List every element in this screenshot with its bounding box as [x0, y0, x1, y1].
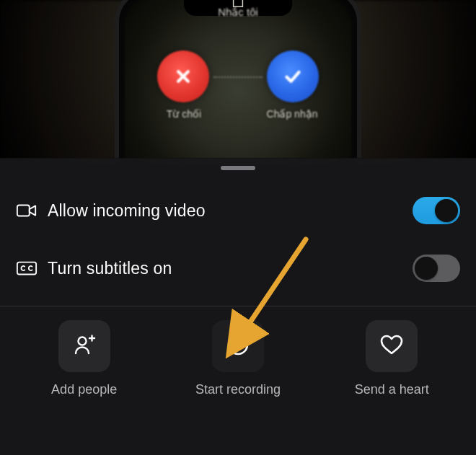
add-people-label: Add people: [51, 382, 117, 397]
svg-rect-1: [17, 262, 36, 275]
allow-incoming-video-label: Allow incoming video: [48, 201, 413, 221]
allow-incoming-video-row[interactable]: Allow incoming video: [0, 185, 476, 237]
incoming-call-card: Nhắc tôi Từ chối Chấp nhận: [119, 0, 357, 166]
call-options-sheet: Allow incoming video Turn subtitles on: [0, 158, 476, 455]
incoming-call-actions: Từ chối Chấp nhận: [144, 50, 332, 123]
add-person-icon: [71, 332, 97, 361]
quick-actions: Add people Start recording: [0, 320, 476, 428]
screen-root: Nhắc tôi Từ chối Chấp nhận: [0, 0, 476, 455]
start-recording-action: Start recording: [173, 320, 303, 397]
subtitles-toggle[interactable]: [413, 255, 460, 282]
send-heart-label: Send a heart: [355, 382, 429, 397]
subtitles-row[interactable]: Turn subtitles on: [0, 242, 476, 294]
record-icon: [225, 332, 251, 361]
remote-video-preview: Nhắc tôi Từ chối Chấp nhận: [0, 0, 476, 166]
video-camera-icon: [16, 201, 48, 220]
section-divider: [0, 306, 476, 306]
accept-call-button[interactable]: [267, 50, 319, 102]
closed-captions-icon: [16, 259, 48, 278]
svg-point-4: [233, 340, 243, 350]
add-people-button[interactable]: [58, 320, 110, 372]
accept-label: Chấp nhận: [260, 108, 325, 120]
svg-rect-0: [17, 206, 30, 216]
allow-incoming-video-toggle[interactable]: [413, 197, 460, 224]
heart-icon: [379, 332, 405, 361]
start-recording-button[interactable]: [212, 320, 264, 372]
subtitles-label: Turn subtitles on: [48, 259, 413, 278]
contact-name: Nhắc tôi: [216, 6, 260, 19]
add-people-action: Add people: [19, 320, 149, 397]
decline-call-button[interactable]: [157, 50, 209, 102]
decline-label: Từ chối: [151, 108, 216, 120]
sheet-grabber[interactable]: [221, 166, 255, 170]
send-heart-action: Send a heart: [327, 320, 457, 397]
svg-point-2: [78, 337, 86, 345]
start-recording-label: Start recording: [195, 382, 281, 397]
send-heart-button[interactable]: [366, 320, 418, 372]
